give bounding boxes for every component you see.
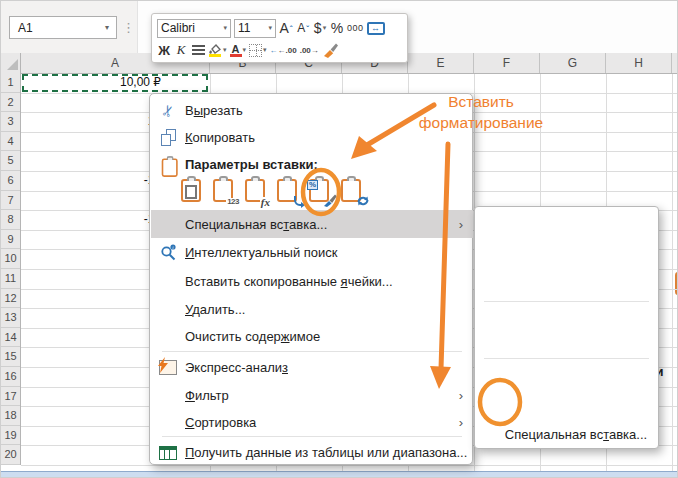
row-header[interactable]: 6: [1, 171, 20, 191]
chevron-right-icon: ›: [459, 388, 463, 403]
fill-color-icon: [208, 43, 222, 57]
menu-item-paste-special[interactable]: Специальная вставка... ›: [151, 210, 473, 238]
annotation-line1: Вставить: [416, 93, 546, 111]
merge-center-icon: ↔: [367, 22, 385, 35]
decrease-decimal-icon: .00→: [300, 46, 319, 55]
gridline: [672, 73, 673, 471]
cell-a3-value[interactable]: 10: [61, 114, 161, 128]
row-header[interactable]: 12: [1, 289, 20, 309]
paste-values-icon[interactable]: 123: [212, 176, 238, 204]
select-all-triangle-icon: [7, 59, 18, 70]
menu-item-filter[interactable]: Фильтр ›: [151, 382, 473, 409]
caret-down-icon: ▾: [263, 46, 267, 54]
format-painter-button[interactable]: [322, 40, 339, 60]
lines-icon: [192, 45, 205, 55]
column-header-h[interactable]: H: [606, 53, 672, 73]
caret-down-icon: ▾: [243, 46, 247, 54]
italic-button[interactable]: K: [174, 40, 188, 60]
menu-item-clear-contents[interactable]: Очистить содержимое: [151, 323, 473, 350]
chevron-right-icon: ›: [459, 217, 463, 232]
paste-formulas-icon[interactable]: fx: [244, 176, 270, 204]
shrink-font-icon: A: [297, 21, 305, 35]
row-header[interactable]: 17: [1, 387, 20, 407]
menu-label-paste-options: Параметры вставки:: [151, 151, 473, 178]
row-header[interactable]: 8: [1, 210, 20, 230]
font-name-value: Calibri: [161, 21, 195, 35]
menu-item-quick-analysis[interactable]: Экспресс-анализ: [151, 354, 473, 381]
decrease-decimal-button[interactable]: .00→: [300, 40, 319, 60]
caret-up-icon: ˆ: [290, 24, 293, 33]
scissors-icon: ✂: [151, 102, 185, 120]
font-color-bar: [230, 54, 242, 57]
paste-options-row: 123 fx %: [180, 176, 470, 208]
row-header[interactable]: 16: [1, 367, 20, 387]
align-lines-button[interactable]: [191, 40, 205, 60]
menu-item-label: Копировать: [185, 130, 255, 145]
grow-font-button[interactable]: Aˆ: [279, 18, 293, 38]
paste-special-submenu: [474, 206, 659, 449]
paste-link-icon[interactable]: [340, 176, 366, 204]
font-name-select[interactable]: Calibri ▾: [157, 19, 231, 38]
cell-a6-value[interactable]: -10: [61, 173, 161, 187]
row-header[interactable]: 14: [1, 328, 20, 348]
column-header-f[interactable]: F: [474, 53, 540, 73]
caret-down-icon: ˇ: [306, 24, 309, 33]
row-header[interactable]: 5: [1, 151, 20, 171]
annotation-line2: форматирование: [391, 114, 571, 132]
percent-format-button[interactable]: %: [330, 18, 344, 38]
row-header[interactable]: 2: [1, 93, 20, 113]
shrink-font-button[interactable]: Aˇ: [296, 18, 310, 38]
chevron-right-icon: ›: [459, 415, 463, 430]
menu-item-label: Фильтр: [185, 388, 229, 403]
caret-down-icon: ▾: [223, 46, 227, 54]
menu-item-delete[interactable]: Удалить...: [151, 296, 473, 323]
row-header[interactable]: 11: [1, 269, 20, 289]
currency-icon: $: [314, 20, 322, 36]
increase-decimal-button[interactable]: ←←.00: [270, 40, 297, 60]
row-header[interactable]: 4: [1, 132, 20, 152]
row-header[interactable]: 15: [1, 347, 20, 367]
format-painter-icon: [322, 42, 339, 58]
row-header[interactable]: 10: [1, 249, 20, 269]
menu-item-label: Специальная вставка...: [185, 217, 327, 232]
caret-down-icon: ▾: [223, 24, 227, 32]
mini-toolbar: Calibri ▾ 11 ▾ Aˆ Aˇ $▾ % 000 ↔ Ж: [151, 13, 408, 63]
submenu-item-paste-special[interactable]: Специальная вставка...: [501, 427, 651, 442]
menu-item-smart-lookup[interactable]: i Интеллектуальный поиск: [151, 239, 473, 266]
submenu-separator: [484, 358, 649, 359]
name-box-caret-icon[interactable]: ▾: [99, 16, 115, 39]
paste-formatting-icon[interactable]: %: [308, 176, 334, 204]
drag-handle-dots-icon[interactable]: ⋮: [122, 15, 134, 41]
row-header[interactable]: 9: [1, 230, 20, 250]
row-header[interactable]: 1: [1, 73, 20, 93]
comma-format-button[interactable]: 000: [347, 18, 364, 38]
font-color-button[interactable]: A ▾: [230, 40, 247, 60]
menu-item-label: Вырезать: [185, 103, 243, 118]
bold-button[interactable]: Ж: [157, 40, 171, 60]
column-header-g[interactable]: G: [540, 53, 606, 73]
paste-transpose-icon[interactable]: [276, 176, 302, 204]
cell-a1-value[interactable]: 10,00 ₽: [61, 75, 161, 89]
fill-color-bar: [209, 54, 221, 57]
cell-a8-value[interactable]: -10: [61, 212, 161, 226]
decrease-decimal-label: .00→: [300, 46, 319, 55]
increase-decimal-icon: ←←.00: [270, 46, 297, 55]
caret-down-icon: ▾: [268, 24, 272, 32]
row-header[interactable]: 3: [1, 112, 20, 132]
currency-format-button[interactable]: $▾: [313, 18, 327, 38]
row-header[interactable]: 7: [1, 191, 20, 211]
font-size-value: 11: [238, 21, 250, 35]
paste-icon[interactable]: [180, 176, 206, 204]
column-header-e[interactable]: E: [408, 53, 474, 73]
fill-color-button[interactable]: ▾: [208, 40, 227, 60]
font-size-select[interactable]: 11 ▾: [234, 19, 276, 38]
row-header[interactable]: 18: [1, 406, 20, 426]
row-header[interactable]: 13: [1, 308, 20, 328]
menu-item-sort[interactable]: Сортировка ›: [151, 409, 473, 436]
merge-center-button[interactable]: ↔: [367, 18, 385, 38]
menu-separator: [162, 351, 462, 352]
borders-button[interactable]: ▾: [249, 40, 267, 60]
submenu-separator: [484, 301, 649, 302]
copy-icon: [151, 129, 185, 146]
menu-item-insert-copied-cells[interactable]: Вставить скопированные ячейки...: [151, 268, 473, 295]
